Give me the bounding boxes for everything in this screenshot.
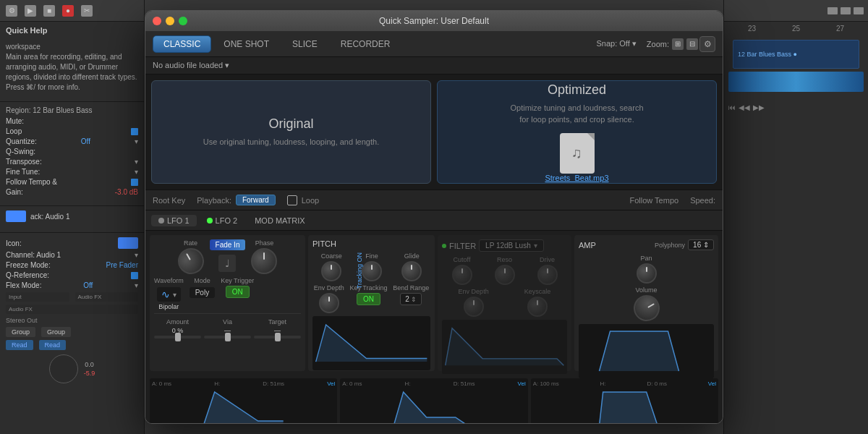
fade-in-group: Fade In ♩	[210, 239, 246, 274]
waveform-region	[728, 72, 864, 92]
follow-tempo-group: Follow Tempo	[629, 196, 678, 205]
maximize-button[interactable]	[179, 17, 187, 25]
loop-checkbox[interactable]	[131, 128, 138, 135]
filter-dot	[442, 244, 446, 248]
amp-envelope	[579, 324, 714, 378]
track-controls: Icon: Channel: Audio 1 ▾ Freeze Mode: Pr…	[0, 232, 144, 388]
zoom-out-icon[interactable]: ⊟	[686, 38, 698, 50]
fine-knob[interactable]	[362, 261, 382, 281]
modal-title: Quick Sampler: User Default	[379, 16, 489, 26]
svg-marker-4	[394, 392, 467, 424]
svg-marker-3	[204, 392, 284, 424]
mod-matrix-tab[interactable]: MOD MATRIX	[247, 215, 312, 226]
list-icon	[827, 7, 838, 14]
region-section: Region: 12 Bar Blues Bass Mute: Loop Qua…	[0, 101, 144, 203]
scissors-icon[interactable]: ✂	[81, 5, 93, 17]
loop-toggle[interactable]	[287, 195, 297, 205]
timeline: 23 25 27	[724, 22, 868, 35]
tab-classic[interactable]: CLASSIC	[153, 35, 211, 53]
pitch-knob-row2: Env Depth Key Tracking ON Bend Range 2 ⇕	[312, 284, 430, 313]
audio-file-selector[interactable]: No audio file loaded ▾	[153, 61, 229, 70]
rate-group: Rate	[178, 239, 204, 274]
env-block-1: A: 0 ms H: D: 51ms Vel ADSR ▾	[340, 378, 527, 424]
target-thumb	[275, 333, 281, 341]
fade-in-button[interactable]: Fade In	[210, 239, 246, 250]
env-depth-knob[interactable]	[319, 293, 339, 313]
phase-knob[interactable]	[251, 248, 277, 274]
tab-one-shot[interactable]: ONE SHOT	[213, 35, 280, 53]
drive-knob[interactable]	[537, 265, 558, 285]
keyscale-knob[interactable]	[527, 297, 548, 317]
close-button[interactable]	[153, 17, 161, 25]
volume-group: Volume	[634, 286, 660, 321]
filter-env-depth-knob[interactable]	[464, 297, 484, 317]
lfo1-dot	[158, 218, 164, 224]
mode-selector[interactable]: Poly	[190, 287, 215, 298]
view-icons	[827, 7, 864, 14]
waveform-selector[interactable]: ∿ ▾	[157, 287, 181, 302]
track-section: ack: Audio 1	[0, 205, 144, 229]
reso-group: Reso	[495, 256, 515, 285]
reso-knob[interactable]	[495, 265, 515, 285]
qref-checkbox[interactable]	[131, 272, 138, 279]
root-key-group: Root Key	[153, 196, 185, 205]
env-block-2: A: 100 ms H: D: 0 ms Vel ADSR ▾	[531, 378, 718, 424]
follow-tempo-checkbox[interactable]	[131, 179, 138, 186]
stop-icon[interactable]: ■	[43, 5, 55, 17]
left-toolbar: ⚙ ▶ ■ ● ✂	[0, 0, 144, 22]
zoom-in-icon[interactable]: ⊞	[672, 38, 684, 50]
via-slider[interactable]	[204, 336, 251, 339]
forward-button[interactable]: Forward	[236, 195, 276, 205]
drive-group: Drive	[537, 256, 558, 285]
original-title: Original	[268, 116, 313, 132]
svg-marker-0	[316, 325, 427, 362]
svg-marker-5	[584, 392, 657, 424]
amount-slider[interactable]	[154, 336, 201, 339]
volume-knob[interactable]	[629, 290, 664, 326]
minimize-button[interactable]	[166, 17, 174, 25]
phase-group: Phase	[251, 239, 277, 274]
lfo1-tab[interactable]: LFO 1	[151, 215, 197, 226]
coarse-group: Coarse	[321, 252, 342, 281]
zoom-control: Zoom: ⊞ ⊟	[647, 38, 698, 50]
playback-group: Playback: Forward	[197, 195, 275, 205]
snap-control[interactable]: Snap: Off ▾	[596, 39, 636, 48]
target-group: Target —	[254, 318, 301, 339]
wave-icon: ∿	[161, 289, 170, 300]
keyscale-group: Keyscale	[524, 288, 551, 317]
lfo2-tab[interactable]: LFO 2	[200, 215, 245, 226]
polyphony-control[interactable]: 16 ⇕	[688, 239, 714, 250]
original-panel[interactable]: Original Use original tuning, loudness, …	[151, 80, 431, 184]
filter-knob-row2: Env Depth Keyscale	[442, 288, 567, 317]
settings-gear-button[interactable]: ⚙	[699, 36, 715, 52]
modal-titlebar: Quick Sampler: User Default	[145, 11, 723, 31]
file-name[interactable]: Streets_Beat.mp3	[545, 174, 608, 182]
track-label: ack: Audio 1	[30, 213, 69, 221]
glide-knob[interactable]	[401, 261, 422, 281]
optimized-panel[interactable]: Optimized Optimize tuning and loudness, …	[437, 80, 717, 184]
tab-recorder[interactable]: RECORDER	[330, 35, 401, 53]
tab-slice[interactable]: SLICE	[281, 35, 328, 53]
settings-icon[interactable]: ⚙	[6, 5, 17, 17]
key-tracking-badge[interactable]: ON	[357, 293, 380, 305]
cutoff-knob[interactable]	[452, 265, 472, 285]
rate-knob[interactable]	[173, 243, 208, 278]
waveform-group: Waveform ∿ ▾ Bipolar	[154, 277, 184, 310]
svg-marker-1	[446, 328, 564, 365]
quick-sampler-modal: Quick Sampler: User Default CLASSIC ONE …	[145, 10, 723, 424]
key-trigger-badge[interactable]: ON	[226, 286, 250, 298]
original-desc: Use original tuning, loudness, looping, …	[203, 136, 379, 148]
loop-group: Loop	[287, 195, 319, 205]
coarse-knob[interactable]	[321, 261, 341, 281]
amp-section: AMP Polyphony 16 ⇕ Pan Volume	[574, 235, 718, 371]
icon-preview	[118, 237, 138, 249]
lfo-tabs: LFO 1 LFO 2 MOD MATRIX	[145, 210, 723, 231]
play-icon[interactable]: ▶	[25, 5, 36, 17]
filter-type-dropdown[interactable]: LP 12dB Lush ▾	[479, 239, 544, 252]
target-slider[interactable]	[254, 336, 301, 339]
record-icon[interactable]: ●	[62, 5, 74, 17]
pan-knob[interactable]	[637, 263, 657, 284]
via-thumb	[225, 333, 231, 341]
main-volume-knob[interactable]	[49, 354, 78, 383]
bend-range-control[interactable]: 2 ⇕	[400, 293, 422, 305]
